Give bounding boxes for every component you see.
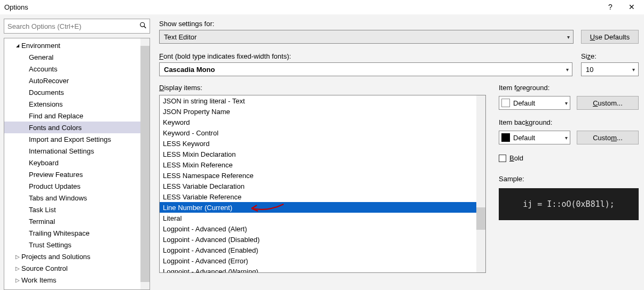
tree-item-label: Import and Export Settings — [29, 135, 111, 143]
display-items-list[interactable]: JSON in string literal - TextJSON Proper… — [159, 95, 486, 273]
use-defaults-button[interactable]: Use Defaults — [581, 30, 639, 44]
tree-item[interactable]: Fonts and Colors — [4, 122, 140, 133]
tree-item[interactable]: Product Updates — [4, 180, 140, 192]
tree-item[interactable]: Documents — [4, 86, 140, 98]
category-tree[interactable]: ◢EnvironmentGeneralAccountsAutoRecoverDo… — [4, 38, 150, 290]
tree-item[interactable]: General — [4, 51, 140, 63]
tree-item-label: General — [29, 53, 53, 61]
tree-item[interactable]: Terminal — [4, 215, 140, 227]
list-item[interactable]: LESS Variable Declaration — [160, 181, 476, 191]
tree-item-label: Product Updates — [29, 182, 81, 190]
show-settings-label: Show settings for: — [159, 20, 574, 28]
list-item[interactable]: LESS Mixin Declaration — [160, 149, 476, 159]
window-title: Options — [4, 3, 28, 11]
tree-item[interactable]: Accounts — [4, 63, 140, 75]
bold-label: Bold — [509, 154, 523, 162]
tree-item-label: Trailing Whitespace — [29, 229, 90, 237]
list-item[interactable]: LESS Mixin Reference — [160, 159, 476, 170]
tree-item[interactable]: Import and Export Settings — [4, 133, 140, 145]
show-settings-dropdown[interactable]: Text Editor ▾ — [159, 30, 574, 44]
tree-item[interactable]: International Settings — [4, 145, 140, 157]
list-item[interactable]: Logpoint - Advanced (Enabled) — [160, 245, 476, 255]
tree-item-label: Task List — [29, 206, 56, 214]
list-item[interactable]: Logpoint - Advanced (Warning) — [160, 266, 476, 272]
tree-item[interactable]: Trust Settings — [4, 239, 140, 251]
tree-item[interactable]: AutoRecover — [4, 75, 140, 86]
chevron-right-icon: ▷ — [14, 277, 21, 283]
tree-item-label: Accounts — [29, 65, 57, 73]
tree-item[interactable]: Trailing Whitespace — [4, 227, 140, 239]
tree-item-label: AutoRecover — [29, 77, 69, 85]
list-item[interactable]: Literal — [160, 213, 476, 223]
tree-item[interactable]: ▷Source Control — [4, 262, 140, 274]
tree-item[interactable]: ◢Environment — [4, 39, 140, 51]
sample-label: Sample: — [499, 175, 639, 183]
chevron-right-icon: ▷ — [14, 254, 21, 260]
color-swatch — [501, 99, 510, 107]
size-label: Size: — [581, 52, 639, 60]
bold-checkbox[interactable]: Bold — [499, 154, 639, 162]
list-item[interactable]: JSON in string literal - Text — [160, 95, 476, 106]
chevron-down-icon: ▾ — [565, 100, 568, 106]
chevron-down-icon: ◢ — [14, 43, 21, 48]
tree-item-label: Work Items — [21, 276, 57, 284]
tree-item-label: Preview Features — [29, 171, 83, 179]
tree-item-label: Text Editor — [21, 288, 54, 290]
show-settings-value: Text Editor — [164, 33, 197, 41]
tree-item[interactable]: ▷Text Editor — [4, 286, 140, 289]
checkbox-icon — [499, 155, 506, 162]
chevron-down-icon: ▾ — [632, 67, 635, 72]
list-item[interactable]: Keyword - Control — [160, 127, 476, 138]
svg-line-1 — [144, 26, 146, 28]
tree-item-label: Trust Settings — [29, 241, 72, 249]
font-value: Cascadia Mono — [164, 66, 215, 74]
list-scrollbar-thumb[interactable] — [476, 207, 485, 230]
list-scrollbar[interactable] — [476, 95, 485, 272]
list-item[interactable]: Logpoint - Advanced (Error) — [160, 255, 476, 266]
list-item[interactable]: LESS Keyword — [160, 138, 476, 149]
font-dropdown[interactable]: Cascadia Mono ▾ — [159, 62, 572, 76]
help-button[interactable]: ? — [602, 0, 618, 14]
tree-scrollbar-thumb[interactable] — [140, 46, 150, 282]
search-icon — [139, 22, 147, 31]
tree-item[interactable]: Extensions — [4, 98, 140, 110]
item-background-label: Item background: — [499, 118, 639, 126]
chevron-right-icon: ▷ — [14, 289, 21, 290]
item-background-dropdown[interactable]: Default ▾ — [499, 131, 570, 144]
tree-item[interactable]: Tabs and Windows — [4, 192, 140, 204]
svg-point-0 — [140, 22, 145, 27]
item-foreground-dropdown[interactable]: Default ▾ — [499, 96, 570, 110]
item-foreground-label: Item foreground: — [499, 84, 639, 92]
size-dropdown[interactable]: 10 ▾ — [581, 62, 639, 76]
tree-scrollbar[interactable] — [140, 38, 150, 289]
close-button[interactable]: ✕ — [624, 0, 640, 14]
list-item[interactable]: Logpoint - Advanced (Disabled) — [160, 234, 476, 245]
search-input[interactable] — [4, 19, 150, 34]
tree-item[interactable]: ▷Projects and Solutions — [4, 251, 140, 262]
list-item[interactable]: LESS Namespace Reference — [160, 170, 476, 181]
tree-item[interactable]: Find and Replace — [4, 110, 140, 122]
color-swatch — [501, 133, 510, 142]
foreground-custom-button[interactable]: Custom... — [577, 96, 639, 110]
tree-item-label: Find and Replace — [29, 112, 83, 120]
list-item[interactable]: Line Number (Current) — [160, 202, 476, 213]
list-item[interactable]: Logpoint - Advanced (Alert) — [160, 223, 476, 234]
tree-item-label: Source Control — [21, 264, 68, 272]
tree-item-label: Terminal — [29, 218, 55, 225]
search-wrap — [4, 19, 150, 34]
chevron-down-icon: ▾ — [566, 67, 569, 72]
list-item[interactable]: JSON Property Name — [160, 106, 476, 117]
tree-item[interactable]: ▷Work Items — [4, 274, 140, 286]
font-label: Font (bold type indicates fixed-width fo… — [159, 52, 572, 60]
tree-item[interactable]: Keyboard — [4, 157, 140, 168]
list-item[interactable]: LESS Variable Reference — [160, 191, 476, 202]
size-value: 10 — [586, 66, 593, 74]
tree-item-label: Tabs and Windows — [29, 194, 87, 202]
sample-preview: ij = I::oO(0xB81l); — [499, 188, 639, 220]
tree-item-label: International Settings — [29, 147, 94, 155]
tree-item[interactable]: Task List — [4, 204, 140, 215]
list-item[interactable]: Keyword — [160, 117, 476, 127]
tree-item-label: Environment — [21, 42, 60, 50]
tree-item[interactable]: Preview Features — [4, 168, 140, 180]
background-custom-button[interactable]: Custom... — [577, 131, 639, 144]
